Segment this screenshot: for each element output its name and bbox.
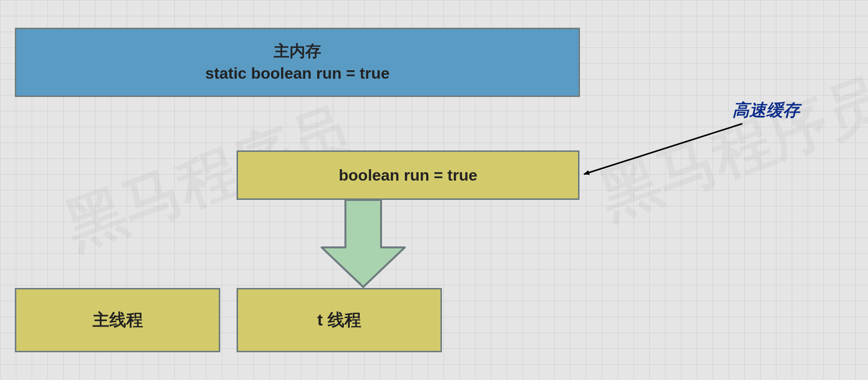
- main-thread-box: 主线程: [15, 288, 220, 352]
- t-thread-box: t 线程: [237, 288, 442, 352]
- cache-box: boolean run = true: [237, 150, 579, 200]
- watermark: 黑马程序员: [589, 60, 868, 238]
- cache-code: boolean run = true: [338, 166, 477, 185]
- diagram-canvas: 黑马程序员 黑马程序员 主内存 static boolean run = tru…: [0, 0, 868, 380]
- main-thread-label: 主线程: [93, 309, 143, 332]
- cache-annotation-label: 高速缓存: [732, 99, 800, 122]
- main-memory-box: 主内存 static boolean run = true: [15, 28, 580, 97]
- main-memory-title: 主内存: [274, 40, 321, 62]
- main-memory-code: static boolean run = true: [205, 62, 390, 85]
- t-thread-label: t 线程: [317, 309, 361, 332]
- svg-line-0: [584, 124, 742, 174]
